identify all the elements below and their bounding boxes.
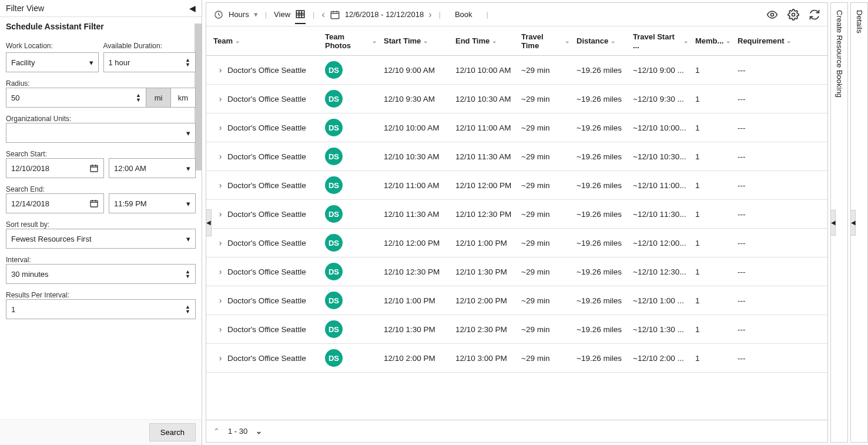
calendar-icon[interactable] — [330, 9, 340, 20]
results-per-interval-stepper[interactable]: 1 ▲▼ — [6, 299, 196, 319]
col-team-photos[interactable]: Team Photos⌄ — [321, 32, 380, 50]
search-end-date[interactable]: 12/14/2018 — [6, 193, 104, 213]
table-row[interactable]: › Doctor's Office Seattle DS 12/10 9:00 … — [206, 56, 827, 85]
grid-body[interactable]: › Doctor's Office Seattle DS 12/10 9:00 … — [206, 56, 827, 420]
search-end-time[interactable]: 11:59 PM ▾ — [109, 193, 196, 213]
search-start-label: Search Start: — [6, 150, 196, 158]
cell-travel: ~29 min — [518, 95, 573, 103]
table-row[interactable]: › Doctor's Office Seattle DS 12/10 11:30… — [206, 200, 827, 229]
search-start-time[interactable]: 12:00 AM ▾ — [109, 158, 196, 178]
collapse-left-icon[interactable]: ◀ — [189, 4, 196, 13]
search-button[interactable]: Search — [149, 423, 196, 441]
pager-up-icon[interactable]: ⌃ — [213, 427, 220, 436]
chevron-right-icon[interactable]: › — [213, 94, 227, 103]
table-row[interactable]: › Doctor's Office Seattle DS 12/10 1:30 … — [206, 315, 827, 344]
col-start-time[interactable]: Start Time⌄ — [380, 36, 452, 45]
chevron-right-icon[interactable]: › — [213, 267, 227, 276]
col-distance[interactable]: Distance⌄ — [573, 36, 629, 45]
table-row[interactable]: › Doctor's Office Seattle DS 12/10 12:30… — [206, 257, 827, 286]
radius-unit-km[interactable]: km — [171, 88, 196, 108]
svg-rect-0 — [91, 165, 98, 172]
chevron-right-icon[interactable]: › — [213, 180, 227, 190]
create-booking-rail[interactable]: ◀ Create Resource Booking — [830, 2, 848, 443]
chevron-right-icon[interactable]: › — [213, 296, 227, 305]
prev-range-button[interactable]: ‹ — [321, 9, 324, 20]
details-rail[interactable]: ◀ Details — [850, 2, 868, 443]
work-location-select[interactable]: Facility ▾ — [6, 52, 99, 72]
chevron-right-icon[interactable]: › — [213, 65, 227, 75]
gear-icon[interactable] — [787, 9, 799, 21]
sort-icon: ⌄ — [372, 38, 377, 44]
chevron-down-icon: ▾ — [186, 129, 190, 138]
available-duration-label: Available Duration: — [103, 42, 196, 50]
avatar: DS — [325, 61, 343, 79]
svg-rect-1 — [91, 200, 98, 207]
toolbar: Hours ▾ | View | ‹ 12/6/2018 - 12/12/201… — [206, 3, 827, 26]
chevron-right-icon[interactable]: › — [213, 152, 227, 161]
collapse-main-left-icon[interactable]: ◀ — [206, 209, 212, 236]
book-button[interactable]: Book — [448, 10, 480, 19]
table-row[interactable]: › Doctor's Office Seattle DS 12/10 9:30 … — [206, 85, 827, 113]
sort-icon: ⌄ — [565, 38, 569, 44]
col-end-time[interactable]: End Time⌄ — [452, 36, 518, 45]
cell-travel: ~29 min — [518, 181, 573, 190]
chevron-right-icon[interactable]: › — [213, 209, 227, 219]
table-row[interactable]: › Doctor's Office Seattle DS 12/10 11:00… — [206, 171, 827, 200]
chevron-left-icon[interactable]: ◀ — [850, 210, 856, 236]
table-row[interactable]: › Doctor's Office Seattle DS 12/10 10:30… — [206, 142, 827, 171]
cell-requirement: --- — [734, 354, 793, 363]
available-duration-stepper[interactable]: 1 hour ▲▼ — [103, 52, 196, 72]
cell-team: › Doctor's Office Seattle — [210, 267, 321, 276]
cell-photo: DS — [321, 90, 380, 108]
interval-label: Interval: — [6, 256, 196, 264]
table-row[interactable]: › Doctor's Office Seattle DS 12/10 1:00 … — [206, 286, 827, 315]
cell-requirement: --- — [734, 123, 793, 132]
chevron-right-icon[interactable]: › — [213, 353, 227, 363]
radius-unit-mi[interactable]: mi — [146, 88, 171, 108]
col-team[interactable]: Team⌄ — [210, 36, 321, 45]
chevron-right-icon[interactable]: › — [213, 123, 227, 132]
chevron-right-icon[interactable]: › — [213, 238, 227, 247]
stepper-icon: ▲▼ — [185, 269, 190, 279]
results-panel: ◀ Hours ▾ | View | ‹ 12/6/2018 - 12/12/2… — [206, 2, 828, 443]
refresh-icon[interactable] — [809, 9, 820, 21]
eye-icon[interactable] — [766, 9, 778, 21]
cell-travel-start: ~12/10 2:00 ... — [629, 354, 692, 363]
interval-stepper[interactable]: 30 minutes ▲▼ — [6, 264, 196, 284]
search-start-date[interactable]: 12/10/2018 — [6, 158, 104, 178]
avatar: DS — [325, 320, 343, 338]
cell-start: 12/10 9:30 AM — [380, 95, 452, 103]
grid-view-tab[interactable] — [295, 9, 306, 24]
cell-distance: ~19.26 miles — [573, 210, 629, 219]
cell-team: › Doctor's Office Seattle — [210, 209, 321, 219]
table-row[interactable]: › Doctor's Office Seattle DS 12/10 10:00… — [206, 113, 827, 142]
chevron-right-icon[interactable]: › — [213, 324, 227, 334]
col-requirement[interactable]: Requirement⌄ — [734, 36, 793, 45]
cell-requirement: --- — [734, 95, 793, 103]
sort-icon: ⌄ — [423, 38, 428, 44]
grid-footer: ⌃ 1 - 30 ⌄ — [206, 420, 827, 442]
cell-photo: DS — [321, 61, 380, 79]
work-location-label: Work Location: — [6, 42, 99, 50]
cell-requirement: --- — [734, 66, 793, 75]
cell-travel: ~29 min — [518, 66, 573, 75]
avatar: DS — [325, 292, 343, 309]
cell-team: › Doctor's Office Seattle — [210, 94, 321, 103]
date-range[interactable]: 12/6/2018 - 12/12/2018 — [345, 10, 424, 19]
col-travel-start[interactable]: Travel Start ...⌄ — [629, 32, 692, 50]
pager-down-icon[interactable]: ⌄ — [256, 427, 262, 436]
col-members[interactable]: Memb...⌄ — [692, 36, 734, 45]
avatar: DS — [325, 234, 343, 252]
org-units-select[interactable]: ▾ — [6, 123, 196, 143]
svg-rect-4 — [331, 11, 339, 18]
avatar: DS — [325, 90, 343, 108]
cell-team: › Doctor's Office Seattle — [210, 324, 321, 334]
radius-input[interactable]: 50 ▲▼ — [6, 88, 146, 108]
hours-dropdown[interactable]: Hours — [229, 10, 249, 19]
col-travel-time[interactable]: Travel Time⌄ — [518, 32, 573, 50]
chevron-left-icon[interactable]: ◀ — [830, 210, 836, 236]
next-range-button[interactable]: › — [428, 9, 431, 20]
sort-result-select[interactable]: Fewest Resources First ▾ — [6, 229, 196, 249]
table-row[interactable]: › Doctor's Office Seattle DS 12/10 12:00… — [206, 229, 827, 257]
table-row[interactable]: › Doctor's Office Seattle DS 12/10 2:00 … — [206, 344, 827, 373]
